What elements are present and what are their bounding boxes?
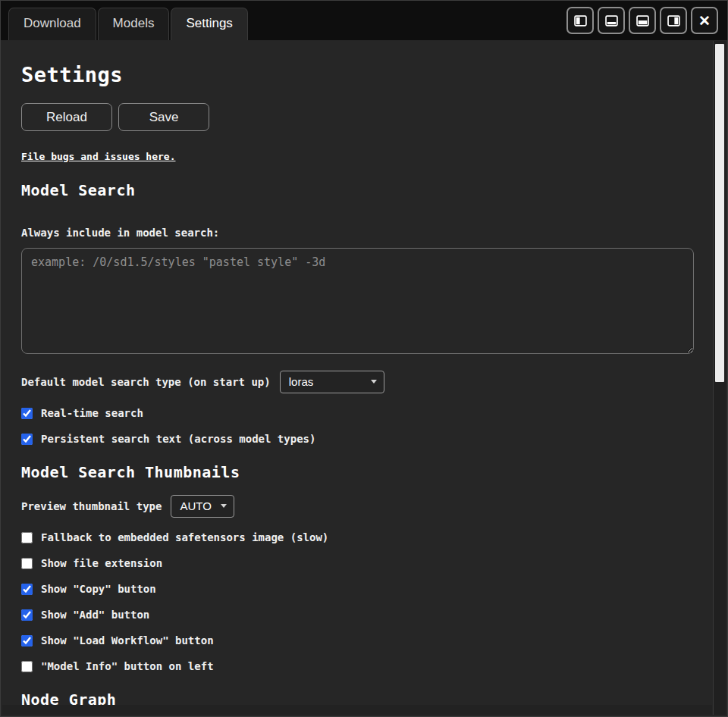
vertical-scrollbar-track[interactable] xyxy=(713,41,726,715)
checkbox-show-copy-button[interactable] xyxy=(21,584,33,595)
checkbox-persistent-search-label: Persistent search text (across model typ… xyxy=(41,433,315,445)
dock-right-button[interactable] xyxy=(660,7,687,34)
model-manager-window: Download Models Settings xyxy=(0,0,728,717)
preview-thumbnail-type-select[interactable]: AUTO xyxy=(171,495,234,518)
file-bugs-link[interactable]: File bugs and issues here. xyxy=(21,151,176,162)
chevron-down-icon xyxy=(371,380,377,384)
dock-right-icon xyxy=(667,14,680,27)
preview-thumbnail-type-label: Preview thumbnail type xyxy=(21,500,162,512)
save-button[interactable]: Save xyxy=(118,103,209,131)
section-heading-model-search: Model Search xyxy=(21,181,694,199)
model-info-left-row: "Model Info" button on left xyxy=(21,660,694,672)
checkbox-realtime-search[interactable] xyxy=(21,408,33,419)
realtime-search-row: Real-time search xyxy=(21,407,694,419)
checkbox-show-load-workflow-label: Show "Load Workflow" button xyxy=(41,634,214,647)
checkbox-show-copy-button-label: Show "Copy" button xyxy=(41,583,156,595)
checkbox-show-file-extension[interactable] xyxy=(21,558,33,569)
tab-list: Download Models Settings xyxy=(8,8,249,40)
checkbox-fallback-safetensors[interactable] xyxy=(21,532,33,543)
default-search-type-row: Default model search type (on start up) … xyxy=(21,371,694,393)
tab-download[interactable]: Download xyxy=(8,8,96,40)
checkbox-model-info-left-label: "Model Info" button on left xyxy=(41,660,214,672)
fallback-safetensors-row: Fallback to embedded safetensors image (… xyxy=(21,531,694,543)
close-icon: ✕ xyxy=(698,14,711,28)
tab-models[interactable]: Models xyxy=(98,8,170,40)
tab-bar: Download Models Settings xyxy=(1,1,727,40)
tab-settings[interactable]: Settings xyxy=(171,8,247,40)
vertical-scrollbar-thumb[interactable] xyxy=(715,44,724,382)
show-add-button-row: Show "Add" button xyxy=(21,609,694,621)
reload-button[interactable]: Reload xyxy=(21,103,112,131)
section-heading-thumbnails: Model Search Thumbnails xyxy=(21,463,694,481)
checkbox-show-file-extension-label: Show file extension xyxy=(41,557,162,569)
dock-bottom-panel-button[interactable] xyxy=(598,7,625,34)
checkbox-realtime-search-label: Real-time search xyxy=(41,407,143,419)
window-controls: ✕ xyxy=(566,7,718,34)
checkbox-show-add-button-label: Show "Add" button xyxy=(41,609,149,621)
show-load-workflow-row: Show "Load Workflow" button xyxy=(21,634,694,647)
page-title: Settings xyxy=(21,63,694,86)
persistent-search-row: Persistent search text (across model typ… xyxy=(21,433,694,445)
action-button-row: Reload Save xyxy=(21,103,694,131)
always-include-label: Always include in model search: xyxy=(21,227,694,239)
dock-bottom-half-icon xyxy=(636,14,649,27)
checkbox-model-info-left[interactable] xyxy=(21,661,33,672)
default-search-type-select[interactable]: loras xyxy=(280,371,384,393)
checkbox-show-add-button[interactable] xyxy=(21,609,33,621)
dock-bottom-half-button[interactable] xyxy=(629,7,656,34)
chevron-down-icon xyxy=(221,504,227,508)
checkbox-fallback-safetensors-label: Fallback to embedded safetensors image (… xyxy=(41,531,328,543)
show-copy-button-row: Show "Copy" button xyxy=(21,583,694,595)
dock-left-icon xyxy=(574,14,587,27)
horizontal-scrollbar-track[interactable] xyxy=(2,705,712,715)
preview-thumbnail-type-row: Preview thumbnail type AUTO xyxy=(21,495,694,518)
dock-left-button[interactable] xyxy=(566,7,594,34)
default-search-type-value: loras xyxy=(289,375,314,388)
default-search-type-label: Default model search type (on start up) xyxy=(21,376,271,388)
preview-thumbnail-type-value: AUTO xyxy=(180,499,211,512)
checkbox-show-load-workflow[interactable] xyxy=(21,635,33,647)
always-include-textarea[interactable] xyxy=(21,248,694,354)
checkbox-persistent-search[interactable] xyxy=(21,434,33,445)
show-file-extension-row: Show file extension xyxy=(21,557,694,569)
dock-bottom-panel-icon xyxy=(605,14,618,27)
settings-panel: Settings Reload Save File bugs and issue… xyxy=(1,40,727,716)
close-button[interactable]: ✕ xyxy=(691,7,718,34)
